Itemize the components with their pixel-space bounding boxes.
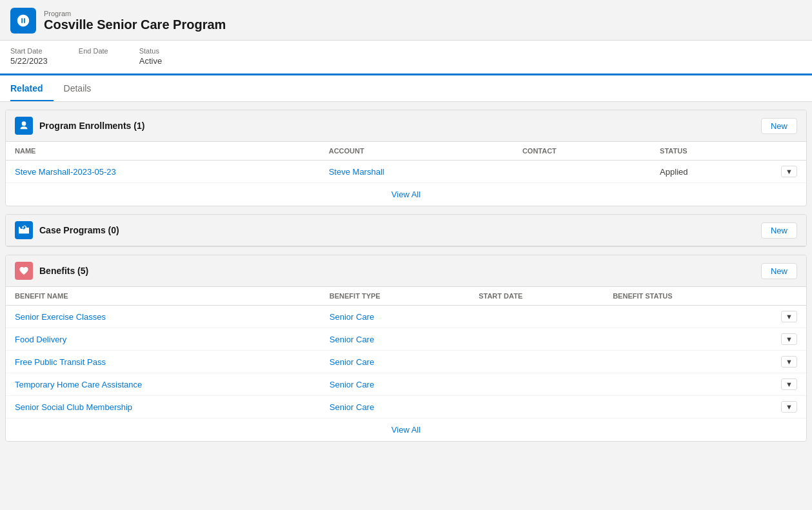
case-programs-header-left: Case Programs (0) (15, 221, 119, 239)
benefit-name-2: Food Delivery (6, 328, 321, 351)
start-date-value: 5/22/2023 (10, 56, 48, 66)
enrollment-account-link-1[interactable]: Steve Marshall (329, 167, 384, 177)
benefit-dropdown-btn-5[interactable]: ▼ (781, 401, 797, 413)
enrollments-section: Program Enrollments (1) New Name Account… (5, 110, 807, 206)
benefit-type-link-1[interactable]: Senior Care (330, 312, 374, 322)
content-area: Program Enrollments (1) New Name Account… (0, 102, 812, 457)
benefit-action-1: ▼ (772, 306, 806, 328)
benefit-start-date-2 (470, 328, 604, 351)
benefit-name-link-3[interactable]: Free Public Transit Pass (15, 357, 106, 367)
col-benefit-type: Benefit Type (321, 287, 470, 306)
enrollment-dropdown-btn-1[interactable]: ▼ (781, 166, 797, 177)
benefit-dropdown-btn-4[interactable]: ▼ (781, 378, 797, 390)
benefit-type-link-3[interactable]: Senior Care (330, 357, 374, 367)
benefit-name-link-2[interactable]: Food Delivery (15, 335, 66, 344)
enrollments-new-button[interactable]: New (761, 118, 797, 134)
benefit-row-1: Senior Exercise Classes Senior Care ▼ (6, 306, 806, 328)
benefits-view-all-row: View All (6, 418, 806, 441)
case-programs-icon (15, 221, 33, 239)
benefits-title: Benefits (5) (39, 266, 88, 276)
enrollment-name-1: Steve Marshall-2023-05-23 (6, 161, 320, 183)
benefit-action-4: ▼ (772, 373, 806, 396)
page-header: Program Cosville Senior Care Program (0, 0, 812, 41)
benefit-start-date-3 (470, 351, 604, 373)
benefit-name-5: Senior Social Club Membership (6, 396, 321, 418)
benefit-name-link-4[interactable]: Temporary Home Care Assistance (15, 380, 142, 389)
benefits-header-left: Benefits (5) (15, 262, 88, 280)
benefit-status-2 (604, 328, 772, 351)
enrollments-title: Program Enrollments (1) (39, 121, 144, 131)
col-contact: Contact (513, 142, 651, 161)
benefit-row-2: Food Delivery Senior Care ▼ (6, 328, 806, 351)
benefit-name-1: Senior Exercise Classes (6, 306, 321, 328)
enrollments-view-all-link[interactable]: View All (391, 190, 421, 199)
enrollments-icon (15, 117, 33, 135)
benefit-action-3: ▼ (772, 351, 806, 373)
col-benefit-name: Benefit Name (6, 287, 321, 306)
enrollment-account-1: Steve Marshall (320, 161, 513, 183)
benefits-header: Benefits (5) New (6, 255, 806, 287)
benefit-type-2: Senior Care (321, 328, 470, 351)
benefit-action-2: ▼ (772, 328, 806, 351)
benefit-dropdown-btn-2[interactable]: ▼ (781, 333, 797, 345)
benefits-view-all-link[interactable]: View All (391, 425, 421, 435)
benefit-action-5: ▼ (772, 396, 806, 418)
benefit-start-date-4 (470, 373, 604, 396)
benefits-table: Benefit Name Benefit Type Start Date Ben… (6, 287, 806, 418)
benefit-start-date-1 (470, 306, 604, 328)
benefits-section: Benefits (5) New Benefit Name Benefit Ty… (5, 255, 807, 442)
benefits-new-button[interactable]: New (761, 263, 797, 279)
status-value: Active (139, 56, 162, 66)
benefit-type-link-4[interactable]: Senior Care (330, 380, 374, 389)
benefit-type-4: Senior Care (321, 373, 470, 396)
benefit-type-5: Senior Care (321, 396, 470, 418)
col-status: Status (651, 142, 772, 161)
enrollments-header: Program Enrollments (1) New (6, 110, 806, 142)
benefit-name-3: Free Public Transit Pass (6, 351, 321, 373)
benefit-name-link-1[interactable]: Senior Exercise Classes (15, 312, 106, 322)
start-date-label: Start Date (10, 47, 48, 55)
enrollments-table-header-row: Name Account Contact Status (6, 142, 806, 161)
benefits-icon (15, 262, 33, 280)
enrollment-action-1: ▼ (772, 161, 806, 183)
header-text: Program Cosville Senior Care Program (44, 10, 226, 32)
program-name: Cosville Senior Care Program (44, 17, 226, 32)
col-name: Name (6, 142, 320, 161)
case-programs-header: Case Programs (0) New (6, 215, 806, 246)
enrollment-name-link-1[interactable]: Steve Marshall-2023-05-23 (15, 167, 116, 177)
end-date-field: End Date (79, 47, 108, 66)
benefit-name-4: Temporary Home Care Assistance (6, 373, 321, 396)
benefit-type-3: Senior Care (321, 351, 470, 373)
start-date-field: Start Date 5/22/2023 (10, 47, 48, 66)
enrollments-table: Name Account Contact Status Steve Marsha… (6, 142, 806, 182)
enrollment-status-1: Applied (651, 161, 772, 183)
tab-details[interactable]: Details (64, 75, 102, 101)
end-date-label: End Date (79, 47, 108, 55)
col-benefit-status: Benefit Status (604, 287, 772, 306)
enrollments-view-all-row: View All (6, 182, 806, 206)
meta-row: Start Date 5/22/2023 End Date Status Act… (0, 41, 812, 75)
benefit-dropdown-btn-3[interactable]: ▼ (781, 356, 797, 368)
case-programs-section: Case Programs (0) New (5, 214, 807, 247)
benefit-status-3 (604, 351, 772, 373)
enrollment-contact-1 (513, 161, 651, 183)
benefit-row-4: Temporary Home Care Assistance Senior Ca… (6, 373, 806, 396)
program-label: Program (44, 10, 226, 17)
benefit-dropdown-btn-1[interactable]: ▼ (781, 311, 797, 322)
col-action (772, 142, 806, 161)
enrollments-header-left: Program Enrollments (1) (15, 117, 144, 135)
case-programs-new-button[interactable]: New (761, 222, 797, 239)
tab-related[interactable]: Related (10, 75, 54, 101)
col-account: Account (320, 142, 513, 161)
benefit-status-4 (604, 373, 772, 396)
program-icon (10, 8, 36, 34)
benefit-type-link-2[interactable]: Senior Care (330, 335, 374, 344)
benefit-status-5 (604, 396, 772, 418)
col-benefit-action (772, 287, 806, 306)
benefit-type-1: Senior Care (321, 306, 470, 328)
benefit-type-link-5[interactable]: Senior Care (330, 402, 374, 412)
benefit-row-5: Senior Social Club Membership Senior Car… (6, 396, 806, 418)
col-benefit-start-date: Start Date (470, 287, 604, 306)
tabs-bar: Related Details (0, 75, 812, 102)
benefit-name-link-5[interactable]: Senior Social Club Membership (15, 402, 132, 412)
